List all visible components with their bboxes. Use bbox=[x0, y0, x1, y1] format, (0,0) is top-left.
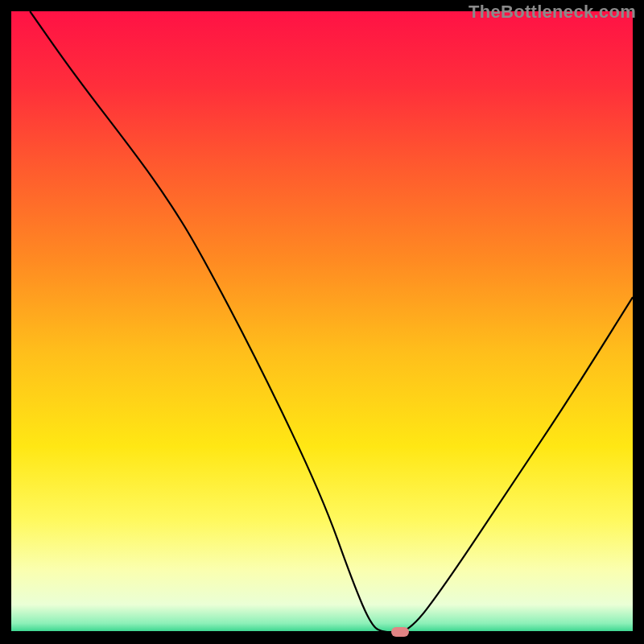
gradient-background bbox=[11, 11, 633, 633]
chart-frame: TheBottleneck.com bbox=[0, 0, 644, 644]
watermark-text: TheBottleneck.com bbox=[469, 2, 636, 23]
optimal-point-marker bbox=[391, 627, 409, 637]
bottleneck-chart bbox=[11, 11, 633, 633]
